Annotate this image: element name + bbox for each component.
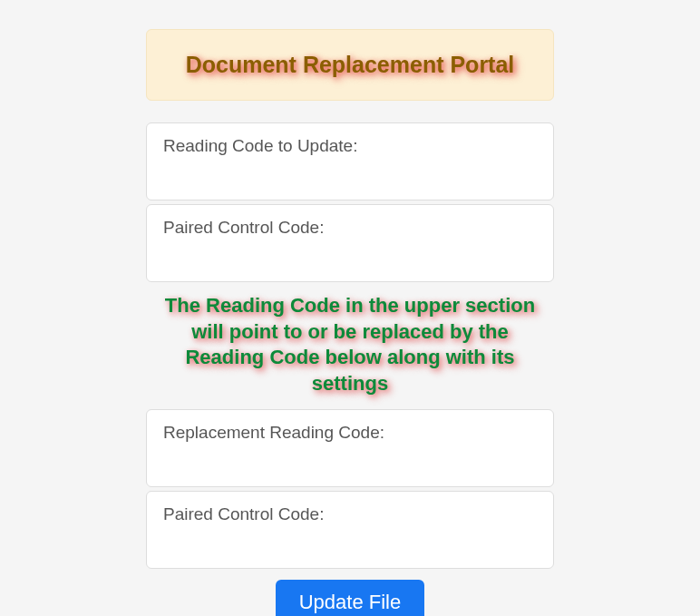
reading-code-input[interactable] [163,161,537,178]
update-file-button[interactable]: Update File [276,580,425,616]
reading-code-group: Reading Code to Update: [146,122,554,200]
instruction-text: The Reading Code in the upper section wi… [146,286,554,409]
paired-control-input-1[interactable] [163,243,537,259]
paired-control-input-2[interactable] [163,530,537,546]
paired-control-label-2: Paired Control Code: [163,504,324,523]
form-container: Document Replacement Portal Reading Code… [146,0,554,616]
replacement-reading-input[interactable] [163,448,537,464]
reading-code-label: Reading Code to Update: [163,136,357,155]
replacement-reading-group: Replacement Reading Code: [146,409,554,487]
paired-control-label-1: Paired Control Code: [163,218,324,237]
page-title: Document Replacement Portal [165,52,535,78]
header-card: Document Replacement Portal [146,29,554,101]
paired-control-group-1: Paired Control Code: [146,204,554,282]
replacement-reading-label: Replacement Reading Code: [163,423,384,442]
paired-control-group-2: Paired Control Code: [146,491,554,569]
